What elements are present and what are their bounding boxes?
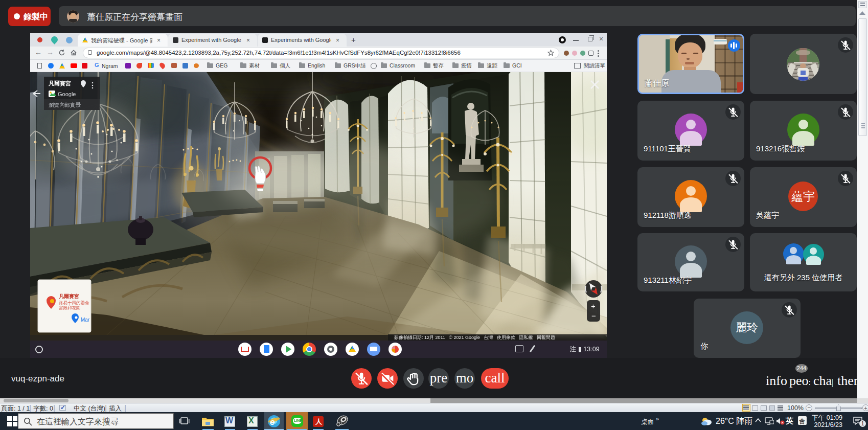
svg-text:路易十四的鎏金: 路易十四的鎏金 bbox=[58, 300, 89, 305]
svg-text:宮殿和花園: 宮殿和花園 bbox=[59, 305, 81, 310]
svg-text:瀏覽內部實景: 瀏覽內部實景 bbox=[49, 102, 81, 108]
svg-text:+: + bbox=[591, 302, 596, 310]
svg-text:−: − bbox=[591, 311, 596, 320]
svg-text:Google: Google bbox=[58, 91, 76, 97]
svg-text:凡爾賽宮: 凡爾賽宮 bbox=[58, 293, 79, 299]
svg-text:凡爾賽宮: 凡爾賽宮 bbox=[48, 80, 71, 86]
svg-text:影像拍攝日期: 12月 2011 © 2021 Goog: 影像拍攝日期: 12月 2011 © 2021 Google 台灣 使用條款 隱… bbox=[394, 335, 555, 340]
svg-text:Mar: Mar bbox=[81, 317, 90, 323]
